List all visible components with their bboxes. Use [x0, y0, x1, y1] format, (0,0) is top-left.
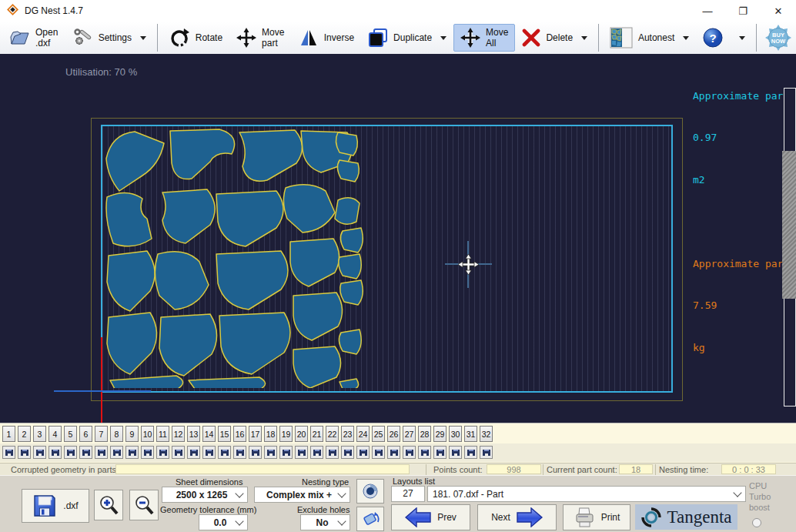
layout-save-button-10[interactable]	[141, 446, 154, 459]
maximize-button[interactable]: ❐	[725, 0, 761, 22]
part-polygon[interactable]	[337, 160, 359, 182]
layout-save-button-8[interactable]	[110, 446, 123, 459]
delete-button[interactable]: Delete	[515, 24, 594, 52]
layout-save-button-19[interactable]	[279, 446, 293, 459]
part-polygon[interactable]	[155, 252, 209, 309]
layout-save-button-26[interactable]	[387, 446, 400, 459]
layout-tab-4[interactable]: 4	[48, 426, 62, 442]
layout-tab-17[interactable]: 17	[249, 426, 262, 442]
autonest-button[interactable]: Autonest	[603, 24, 696, 52]
part-polygon[interactable]	[239, 130, 303, 181]
layout-tab-29[interactable]: 29	[433, 426, 446, 442]
nesting-canvas[interactable]: Utilisation: 70 % Approximate par 0.97 m…	[0, 54, 796, 423]
rotate-sheet-button[interactable]	[356, 507, 384, 531]
layout-save-button-13[interactable]	[187, 446, 200, 459]
part-polygon[interactable]	[336, 132, 357, 156]
rotate-button[interactable]: Rotate	[162, 24, 229, 52]
layout-save-button-16[interactable]	[233, 446, 246, 459]
autonest-dropdown-caret-icon[interactable]	[683, 36, 689, 40]
geometry-tolerance-select[interactable]: 0.0	[199, 514, 248, 530]
layout-tab-11[interactable]: 11	[156, 426, 169, 442]
layout-save-button-7[interactable]	[95, 446, 108, 459]
move-all-button[interactable]: Move All	[453, 24, 515, 52]
layout-tab-24[interactable]: 24	[356, 426, 370, 442]
minimize-button[interactable]: —	[690, 0, 725, 22]
layout-tab-3[interactable]: 3	[33, 426, 46, 442]
part-polygon[interactable]	[219, 313, 290, 374]
layout-tab-18[interactable]: 18	[264, 426, 277, 442]
layouts-list-select[interactable]: 181. 07.dxf - Part	[427, 486, 746, 502]
layout-tab-27[interactable]: 27	[403, 426, 416, 442]
layout-save-button-21[interactable]	[310, 446, 323, 459]
layout-tab-15[interactable]: 15	[218, 426, 231, 442]
nesting-type-select[interactable]: Complex mix +	[254, 487, 350, 503]
layout-save-button-6[interactable]	[79, 446, 92, 459]
prev-button[interactable]: Prev	[391, 504, 470, 530]
layout-tab-21[interactable]: 21	[310, 426, 323, 442]
buy-now-button[interactable]: BUY NOW	[761, 24, 796, 52]
zoom-in-button[interactable]	[94, 490, 123, 520]
part-polygon[interactable]	[107, 251, 155, 311]
part-polygon[interactable]	[340, 280, 363, 305]
layout-save-button-5[interactable]	[64, 446, 77, 459]
nesting-parts-svg[interactable]	[102, 126, 668, 388]
layout-tab-12[interactable]: 12	[172, 426, 185, 442]
layout-save-button-1[interactable]	[2, 446, 15, 459]
layout-save-button-12[interactable]	[172, 446, 185, 459]
layout-save-button-22[interactable]	[326, 446, 339, 459]
layout-tab-13[interactable]: 13	[187, 426, 200, 442]
settings-button[interactable]: Settings	[66, 24, 153, 52]
part-polygon[interactable]	[170, 129, 235, 179]
nest-sheet-button[interactable]	[356, 479, 384, 504]
layout-save-button-23[interactable]	[341, 446, 354, 459]
sheet[interactable]	[101, 125, 673, 393]
layout-tab-9[interactable]: 9	[125, 426, 139, 442]
sheet-dimensions-select[interactable]: 2500 x 1265	[162, 487, 248, 503]
layout-save-button-29[interactable]	[433, 446, 446, 459]
exclude-holes-select[interactable]: No	[300, 514, 350, 530]
duplicate-dropdown-caret-icon[interactable]	[440, 36, 446, 40]
part-polygon[interactable]	[340, 228, 363, 253]
layout-tab-22[interactable]: 22	[326, 426, 339, 442]
part-polygon[interactable]	[339, 330, 361, 354]
part-polygon[interactable]	[290, 239, 339, 286]
part-polygon[interactable]	[110, 376, 183, 388]
layout-save-button-4[interactable]	[48, 446, 62, 459]
part-polygon[interactable]	[106, 132, 164, 191]
layout-save-button-28[interactable]	[418, 446, 431, 459]
layout-save-button-18[interactable]	[264, 446, 277, 459]
next-button[interactable]: Next	[477, 504, 557, 530]
part-polygon[interactable]	[293, 346, 341, 388]
part-polygon[interactable]	[339, 379, 359, 388]
zoom-out-button[interactable]	[129, 490, 159, 520]
layout-save-button-24[interactable]	[356, 446, 370, 459]
layout-tab-31[interactable]: 31	[464, 426, 477, 442]
delete-dropdown-caret-icon[interactable]	[581, 36, 587, 40]
layout-tab-5[interactable]: 5	[64, 426, 77, 442]
layout-tab-6[interactable]: 6	[79, 426, 92, 442]
layout-tab-25[interactable]: 25	[372, 426, 385, 442]
settings-dropdown-caret-icon[interactable]	[140, 36, 146, 40]
part-polygon[interactable]	[216, 191, 283, 246]
help-dropdown-caret-icon[interactable]	[739, 36, 745, 40]
move-part-button[interactable]: Move part	[229, 24, 293, 52]
inverse-button[interactable]: Inverse	[293, 24, 361, 52]
layout-tab-19[interactable]: 19	[279, 426, 293, 442]
layout-save-button-25[interactable]	[372, 446, 385, 459]
layout-tab-30[interactable]: 30	[449, 426, 462, 442]
layout-tab-16[interactable]: 16	[233, 426, 246, 442]
part-polygon[interactable]	[189, 377, 266, 388]
save-dxf-button[interactable]: .dxf	[22, 489, 89, 523]
part-polygon[interactable]	[162, 189, 215, 243]
layout-tab-2[interactable]: 2	[18, 426, 31, 442]
part-polygon[interactable]	[159, 314, 217, 376]
layout-tab-32[interactable]: 32	[480, 426, 493, 442]
layout-save-button-15[interactable]	[218, 446, 231, 459]
layout-tab-14[interactable]: 14	[202, 426, 216, 442]
help-button[interactable]: ?	[696, 24, 752, 52]
part-polygon[interactable]	[106, 192, 152, 246]
layout-tab-23[interactable]: 23	[341, 426, 354, 442]
layout-tab-28[interactable]: 28	[418, 426, 431, 442]
layout-save-button-17[interactable]	[249, 446, 262, 459]
vertical-scrollbar-thumb[interactable]	[782, 151, 796, 299]
